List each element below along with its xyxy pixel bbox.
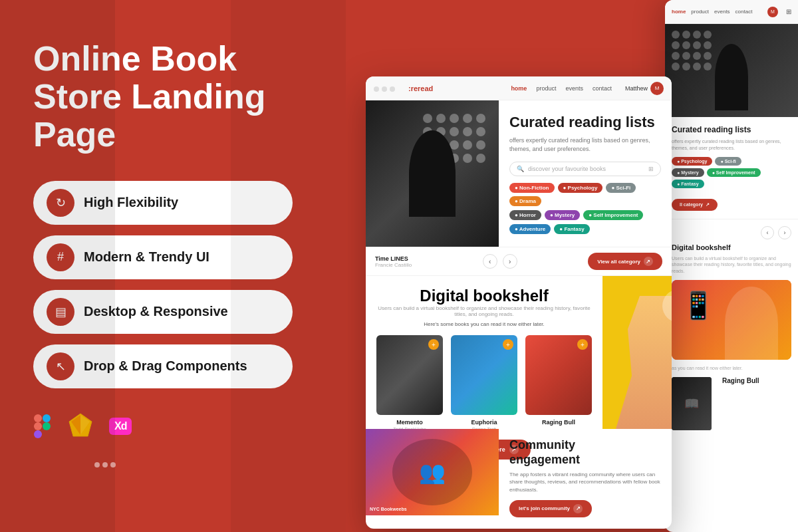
right-user-badge: M: [767, 7, 778, 17]
right-bs-arrows: ‹ ›: [672, 226, 791, 239]
view-all-button[interactable]: View all category ↗: [588, 253, 662, 270]
left-panel: Online Book Store Landing Page ↻ High Fl…: [0, 0, 346, 532]
nav-events[interactable]: events: [565, 85, 583, 92]
community-description: The app fosters a vibrant reading commun…: [509, 471, 661, 493]
connector-dots: [94, 462, 116, 467]
tag-row-1: ● Non-Fiction ● Psychology ● Sci-Fi ● Dr…: [509, 183, 661, 206]
feature-drop-drag: ↖ Drop & Drag Components: [33, 344, 293, 388]
nav-product[interactable]: product: [536, 85, 556, 92]
nav-links: home product events contact: [511, 85, 612, 92]
right-next-arrow[interactable]: ›: [778, 226, 791, 239]
bookshelf-sub-text: Here's some books you can read it now ei…: [376, 321, 592, 327]
right-tag-self-imp[interactable]: ● Self Improvement: [707, 168, 761, 177]
right-curated-description: offers expertly curated reading lists ba…: [672, 138, 791, 152]
right-tag-scifi[interactable]: ● Sci-fi: [715, 157, 741, 166]
r-nav-events[interactable]: events: [714, 9, 730, 15]
right-user-avatar: M: [767, 7, 778, 17]
bookshelf-yellow-panel: 👌: [602, 276, 672, 429]
search-icon: 🔍: [517, 166, 524, 172]
search-bar[interactable]: 🔍 discover your favourite books ⊞: [509, 162, 661, 176]
prev-arrow[interactable]: ‹: [483, 254, 497, 269]
community-section: 👥 NYC Bookweebs Community engagement The…: [366, 429, 672, 515]
tools-row: Xd: [33, 412, 313, 440]
book-author: Francie Castillo: [375, 262, 412, 268]
browser-mockup: :reread home product events contact Matt…: [366, 76, 672, 529]
tag-psychology[interactable]: ● Psychology: [558, 183, 603, 193]
tag-horror[interactable]: ● Horror: [509, 210, 541, 220]
site-logo: :reread: [408, 84, 433, 92]
right-curated-title: Curated reading lists: [672, 125, 791, 134]
tag-self-improvement[interactable]: ● Self Improvement: [583, 210, 643, 220]
bookshelf-description: Users can build a virtual bookshelf to o…: [376, 305, 592, 317]
right-tags: ● Psychology ● Sci-fi: [672, 157, 791, 166]
right-bookshelf-sub: as you can read it now either later.: [672, 365, 791, 372]
book-info: Time LINES Francie Castillo: [375, 255, 412, 268]
right-tag-psychology[interactable]: ● Psychology: [672, 157, 712, 166]
tag-non-fiction[interactable]: ● Non-Fiction: [509, 183, 555, 193]
right-tag-fantasy[interactable]: ● Fantasy: [672, 180, 704, 188]
svg-rect-0: [34, 414, 42, 422]
community-content: Community engagement The app fosters a v…: [499, 429, 672, 515]
right-hero-image: [665, 24, 798, 117]
drop-drag-label: Drop & Drag Components: [84, 358, 247, 374]
right-filter-icon[interactable]: ⊞: [786, 8, 791, 15]
raging-bull-cover: 📖: [672, 377, 712, 430]
browser-navbar: :reread home product events contact Matt…: [366, 76, 672, 100]
right-prev-arrow[interactable]: ‹: [761, 226, 774, 239]
community-image: 👥 NYC Bookweebs: [366, 429, 499, 515]
tag-mystery[interactable]: ● Mystery: [545, 210, 580, 220]
right-bookshelf-title: Digital bookshelf: [672, 243, 791, 251]
nav-contact[interactable]: contact: [593, 85, 612, 92]
r-nav-home[interactable]: home: [672, 9, 686, 15]
desktop-responsive-label: Desktop & Responsive: [84, 304, 228, 319]
person-illustration: [616, 296, 672, 429]
right-navbar: home product events contact M ⊞: [665, 0, 798, 24]
book-title-raging-bull: Raging Bull: [525, 419, 592, 426]
user-name: Matthew: [625, 85, 648, 92]
add-raging-icon[interactable]: +: [577, 339, 588, 350]
raging-bull-title: Raging Bull: [722, 377, 759, 384]
modern-ui-icon: #: [47, 243, 74, 271]
tag-adventure[interactable]: ● Adventure: [509, 224, 551, 234]
right-raging-bull: 📖 Raging Bull: [672, 377, 791, 430]
hero-footer: Time LINES Francie Castillo ‹ › View all…: [366, 247, 672, 276]
modern-ui-label: Modern & Trendy UI: [84, 249, 209, 265]
hero-section: Curated reading lists offers expertly cu…: [366, 100, 672, 247]
tag-scifi[interactable]: ● Sci-Fi: [606, 183, 636, 193]
sketch-logo: [68, 412, 93, 440]
next-arrow[interactable]: ›: [503, 254, 517, 269]
right-tag-mystery[interactable]: ● Mystery: [672, 168, 704, 177]
filter-icon: ⊞: [648, 166, 654, 172]
feature-desktop-responsive: ▤ Desktop & Responsive: [33, 290, 293, 334]
book-card-memento: + Memento Todd BookHubs: [376, 335, 443, 432]
right-all-category-button[interactable]: ll category ↗: [672, 199, 718, 211]
figma-logo: [33, 414, 52, 439]
bookshelf-section: Digital bookshelf Users can build a virt…: [366, 276, 672, 429]
raging-bull-info: Raging Bull: [722, 377, 759, 387]
right-cat-arrow-icon: ↗: [706, 202, 710, 207]
books-row: + Memento Todd BookHubs + Euphoria Donna…: [376, 335, 592, 432]
tag-drama[interactable]: ● Drama: [509, 196, 541, 206]
bookshelf-title: Digital bookshelf: [376, 287, 592, 305]
avatar: M: [650, 82, 664, 95]
svg-rect-4: [34, 430, 42, 438]
r-nav-product[interactable]: product: [691, 9, 709, 15]
main-title: Online Book Store Landing Page: [33, 40, 313, 154]
right-panel-mockup: home product events contact M ⊞ Curated …: [665, 0, 798, 532]
book-cover-euphoria: +: [451, 335, 517, 415]
xd-logo: Xd: [109, 418, 132, 435]
join-community-button[interactable]: let's join community ↗: [509, 500, 592, 517]
nav-home[interactable]: home: [511, 85, 527, 92]
svg-rect-2: [34, 422, 42, 430]
high-flexibility-label: High Flexibility: [84, 195, 178, 210]
drop-drag-icon: ↖: [47, 352, 74, 380]
feature-high-flexibility: ↻ High Flexibility: [33, 181, 293, 225]
book-title-euphoria: Euphoria: [451, 419, 517, 426]
bookshelf-left: Digital bookshelf Users can build a virt…: [366, 276, 602, 429]
r-nav-contact[interactable]: contact: [735, 9, 753, 15]
book-card-euphoria: + Euphoria Donna Tartt: [451, 335, 517, 432]
tag-fantasy[interactable]: ● Fantasy: [554, 224, 589, 234]
user-badge: Matthew M: [625, 82, 664, 95]
add-book-icon[interactable]: +: [428, 339, 439, 350]
add-euphoria-icon[interactable]: +: [503, 339, 513, 350]
